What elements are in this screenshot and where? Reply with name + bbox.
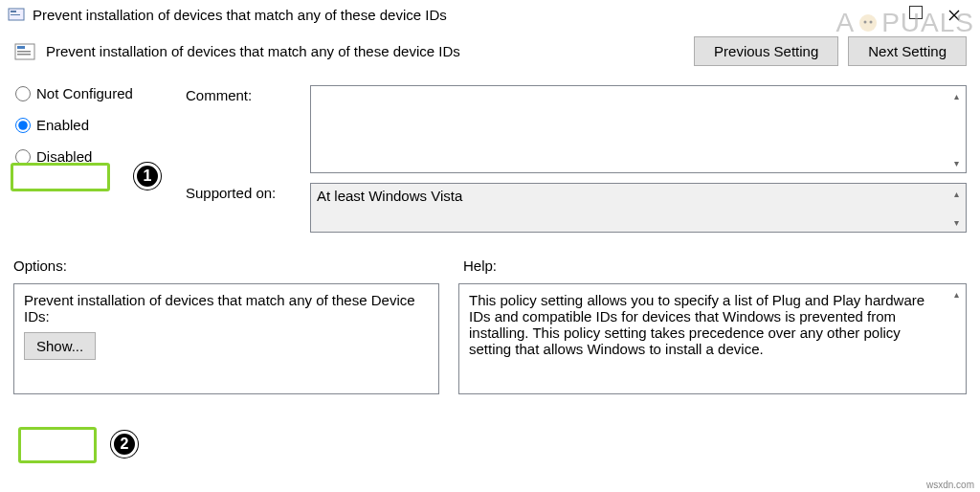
- help-text: This policy setting allows you to specif…: [469, 292, 956, 357]
- supported-on-label: Supported on:: [186, 183, 310, 233]
- radio-enabled[interactable]: [15, 118, 31, 133]
- svg-rect-2: [11, 14, 20, 15]
- scroll-up-icon[interactable]: ▴: [948, 186, 964, 201]
- show-button[interactable]: Show...: [24, 332, 96, 360]
- help-label: Help:: [454, 257, 967, 274]
- policy-setting-icon: [13, 40, 36, 63]
- options-label: Options:: [13, 257, 454, 274]
- annotation-step-1: 1: [134, 163, 161, 190]
- supported-on-box: At least Windows Vista ▴ ▾: [310, 183, 967, 233]
- annotation-step-2: 2: [111, 431, 138, 458]
- scroll-down-icon[interactable]: ▾: [948, 155, 964, 170]
- help-pane: This policy setting allows you to specif…: [458, 283, 967, 394]
- options-pane: Prevent installation of devices that mat…: [13, 283, 439, 394]
- radio-disabled[interactable]: [15, 149, 31, 165]
- previous-setting-button[interactable]: Previous Setting: [694, 36, 838, 66]
- radio-not-configured[interactable]: [15, 86, 31, 101]
- scroll-up-icon[interactable]: ▴: [948, 286, 964, 302]
- svg-rect-1: [11, 11, 16, 12]
- comment-textarea[interactable]: ▴ ▾: [310, 85, 967, 173]
- close-button[interactable]: [932, 2, 976, 29]
- policy-header-row: Prevent installation of devices that mat…: [0, 29, 980, 79]
- supported-on-value: At least Windows Vista: [317, 188, 462, 204]
- svg-rect-6: [17, 46, 25, 49]
- next-setting-button[interactable]: Next Setting: [848, 36, 967, 66]
- scroll-up-icon[interactable]: ▴: [948, 88, 964, 103]
- maximize-icon[interactable]: [909, 6, 923, 19]
- scroll-down-icon[interactable]: ▾: [948, 214, 964, 230]
- radio-disabled-label: Disabled: [36, 148, 92, 165]
- policy-header-title: Prevent installation of devices that mat…: [46, 43, 460, 59]
- close-icon: [948, 10, 960, 21]
- policy-icon: [8, 6, 25, 23]
- window-title: Prevent installation of devices that mat…: [33, 7, 447, 23]
- window-titlebar: Prevent installation of devices that mat…: [0, 0, 980, 29]
- radio-enabled-label: Enabled: [36, 117, 89, 133]
- annotation-highlight-show: [18, 427, 97, 463]
- state-radio-group: Not Configured Enabled Disabled: [13, 85, 186, 242]
- svg-rect-8: [17, 54, 31, 56]
- comment-label: Comment:: [186, 85, 310, 173]
- options-heading: Prevent installation of devices that mat…: [24, 292, 429, 324]
- footer-watermark: wsxdn.com: [926, 480, 974, 490]
- radio-not-configured-label: Not Configured: [36, 85, 133, 101]
- svg-rect-7: [17, 51, 31, 53]
